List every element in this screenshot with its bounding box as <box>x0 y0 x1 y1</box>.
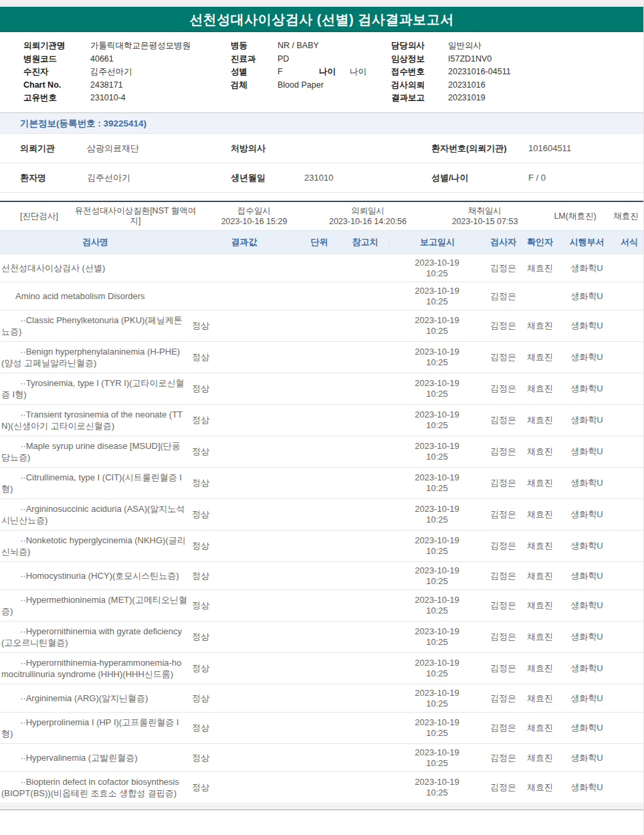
patient-header-row: 성별F나이나이 <box>231 66 388 79</box>
collected-label: 채취일시 <box>428 205 542 216</box>
field-label: 처방의사 <box>231 143 304 155</box>
test-name: ··Citrullinemia, type I (CIT)(시트룰린혈증 I형) <box>0 468 191 498</box>
confirmer-name: 채효진 <box>522 383 558 395</box>
table-row: ··Classic Phenylketonuria (PKU)(페닐케톤뇨증)정… <box>0 310 643 342</box>
patient-header-row: Chart No.2438171 <box>23 79 224 92</box>
result-value: 정상 <box>191 781 298 794</box>
table-row: ··Nonketotic hyperglycinemia (NKHG)(글리신뇌… <box>0 531 643 562</box>
dept-name: 생화학U <box>558 508 615 521</box>
lab-name: LM(채효진) <box>542 211 609 222</box>
table-row: ··Hyperprolinemia I (HP I)(고프롤린혈증 I형)정상2… <box>0 713 643 744</box>
test-name: ··Hyperornithinemia-hyperammonemia-homoc… <box>0 653 191 684</box>
bottom-strip <box>0 804 643 810</box>
page-title: 선천성대사이상검사 (선별) 검사결과보고서 <box>189 12 453 27</box>
field-label: 검체 <box>231 79 278 92</box>
results-table-body: 선천성대사이상검사 (선별)2023-10-1910:25김정은채효진생화학UA… <box>0 254 643 804</box>
confirmer-name: 채효진 <box>522 781 558 794</box>
report-datetime: 2023-10-1910:25 <box>389 626 485 648</box>
field-value: F / 0 <box>528 173 643 183</box>
dept-name: 생화학U <box>558 290 615 302</box>
report-time: 10:25 <box>389 452 485 462</box>
report-time: 10:25 <box>389 515 485 525</box>
confirmer-name: 채효진 <box>522 722 558 734</box>
table-row: ··Argininosuccinic aciduria (ASA)(알지노석시닌… <box>0 499 643 531</box>
report-date: 2023-10-19 <box>389 472 485 483</box>
report-date: 2023-10-19 <box>389 565 485 576</box>
confirmer-name: 채효진 <box>522 262 558 274</box>
column-header-report: 보고일시 <box>389 236 485 248</box>
dept-name: 생화학U <box>558 351 615 363</box>
dept-name: 생화학U <box>558 722 615 734</box>
dept-name: 생화학U <box>558 599 615 612</box>
test-name: ··Hypermethioninemia (MET)(고메티오닌혈증) <box>0 590 191 621</box>
patient-header-row: 수진자김주선아기 <box>23 66 224 79</box>
dept-name: 생화학U <box>558 320 615 332</box>
report-date: 2023-10-19 <box>389 378 485 389</box>
patient-header-middle-column: 병동NR / BABY진료과PD성별F나이나이검체Blood Paper <box>231 39 388 92</box>
result-value: 정상 <box>191 722 298 734</box>
patient-header-row: 진료과PD <box>231 53 388 66</box>
collected-value: 2023-10-15 07:53 <box>428 216 542 227</box>
report-time: 10:25 <box>389 699 485 709</box>
dept-name: 생화학U <box>558 414 615 426</box>
confirmer-name: 채효진 <box>522 631 558 643</box>
patient-header-row: 의뢰기관명가톨릭대학교은평성모병원 <box>23 39 224 53</box>
patient-header-row: 병원코드40661 <box>23 53 224 66</box>
tester-name: 김정은 <box>485 540 522 552</box>
result-value: 정상 <box>191 414 298 426</box>
basic-info-section-header: 기본정보(등록번호 : 39225414) <box>0 112 643 134</box>
field-value: 101604511 <box>528 143 643 153</box>
result-value: 정상 <box>191 446 298 458</box>
confirmer-name: 채효진 <box>522 570 558 582</box>
field-value: 김주선아기 <box>90 66 132 79</box>
tester-name: 김정은 <box>485 752 522 764</box>
confirmer-name: 채효진 <box>522 540 558 552</box>
report-time: 10:25 <box>389 389 485 399</box>
tester-name: 김정은 <box>485 477 522 489</box>
report-date: 2023-10-19 <box>389 347 485 357</box>
table-row: ··Hypervalinemia (고발린혈증)정상2023-10-1910:2… <box>0 744 643 772</box>
field-label: 임상정보 <box>391 53 448 66</box>
patient-header-row: 임상정보I57ZD1NV0 <box>391 53 632 66</box>
report-datetime: 2023-10-1910:25 <box>389 258 485 279</box>
report-date: 2023-10-19 <box>389 626 485 637</box>
lab-report-page: 선천성대사이상검사 (선별) 검사결과보고서 의뢰기관명가톨릭대학교은평성모병원… <box>0 0 644 835</box>
result-value: 정상 <box>191 692 298 705</box>
report-time: 10:25 <box>389 758 485 769</box>
patient-header-row: 병동NR / BABY <box>231 39 388 53</box>
table-row: ··Tyrosinemia, type I (TYR I)(고타이로신혈증 I형… <box>0 373 643 405</box>
field-value: PD <box>278 53 319 66</box>
received-label: 접수일시 <box>201 205 308 216</box>
report-date: 2023-10-19 <box>389 504 485 515</box>
report-datetime: 2023-10-1910:25 <box>389 441 485 462</box>
table-row: ··Hyperornithinemia-hyperammonemia-homoc… <box>0 653 643 684</box>
patient-header-row: 접수번호20231016-04511 <box>391 66 632 79</box>
field-value: 231010-4 <box>90 92 126 105</box>
dept-name: 생화학U <box>558 631 615 643</box>
patient-header-row: 결과보고20231019 <box>391 92 632 105</box>
test-name: ··Hyperornithinemia with gyrate deficien… <box>0 622 191 652</box>
requested-value: 2023-10-16 14:20:56 <box>308 216 428 227</box>
result-value: 정상 <box>191 477 298 489</box>
field-value: 2438171 <box>90 79 123 92</box>
report-datetime: 2023-10-1910:25 <box>389 535 485 557</box>
table-row: ··Transient tyrosinemia of the neonate (… <box>0 405 643 436</box>
field-label: 진료과 <box>231 53 278 66</box>
field-value: 김주선아기 <box>87 172 231 184</box>
field-label: 생년월일 <box>231 172 304 184</box>
report-time: 10:25 <box>389 728 485 739</box>
column-header-name: 검사명 <box>0 236 191 248</box>
patient-header-row: 담당의사일반의사 <box>391 39 632 53</box>
field-label: 고유번호 <box>23 92 90 105</box>
report-date: 2023-10-19 <box>389 688 485 699</box>
confirmer-name: 채효진 <box>522 414 558 426</box>
report-time: 10:25 <box>389 326 485 337</box>
field-label: 의뢰기관명 <box>23 39 90 53</box>
field-value: 일반의사 <box>448 39 481 53</box>
result-value: 정상 <box>191 383 298 395</box>
dept-name: 생화학U <box>558 262 615 274</box>
column-header-dept: 시행부서 <box>558 236 615 248</box>
report-date: 2023-10-19 <box>389 777 485 787</box>
report-datetime: 2023-10-1910:25 <box>389 504 485 525</box>
report-time: 10:25 <box>389 296 485 307</box>
